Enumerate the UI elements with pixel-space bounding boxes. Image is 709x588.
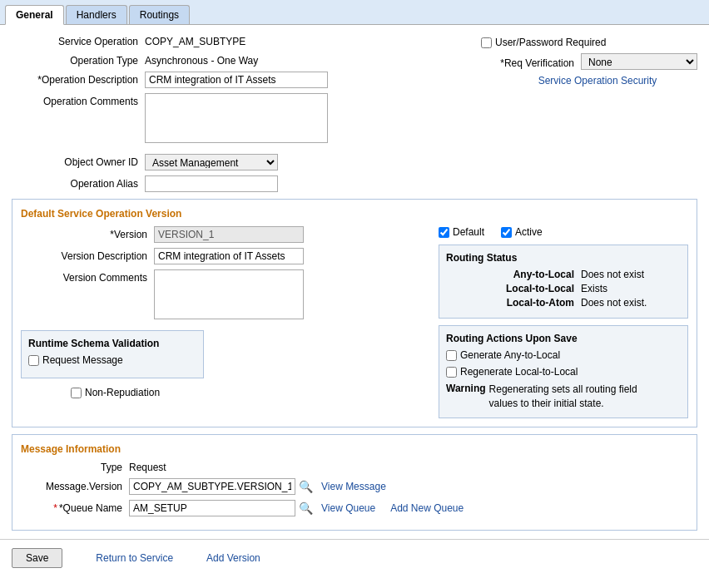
queue-name-search-icon[interactable]: 🔍 [299,502,313,515]
message-version-search-icon[interactable]: 🔍 [299,480,313,493]
routing-status-box: Routing Status Any-to-Local Does not exi… [439,245,688,319]
active-checkbox[interactable] [501,227,512,238]
warning-text: Regenerating sets all routing field valu… [489,383,656,411]
operation-comments-label: Operation Comments [12,93,145,107]
routing-row-local-to-local: Local-to-Local Exists [446,283,681,294]
user-password-checkbox[interactable] [481,37,492,48]
operation-alias-input[interactable] [145,175,278,192]
operation-comments-input[interactable] [145,93,328,143]
operation-type-label: Operation Type [12,52,145,67]
operation-description-label: *Operation Description [12,72,145,86]
active-label: Active [515,226,543,238]
request-message-label: Request Message [42,354,123,366]
service-operation-security-link[interactable]: Service Operation Security [538,75,657,86]
default-label: Default [453,226,484,238]
local-to-atom-value: Does not exist. [581,297,681,309]
any-to-local-value: Does not exist [581,269,681,280]
tab-bar: General Handlers Routings [0,0,709,25]
service-operation-value: COPY_AM_SUBTYPE [145,33,464,47]
runtime-schema-title: Runtime Schema Validation [28,338,196,349]
version-input [154,226,304,243]
message-version-input[interactable] [129,478,295,495]
routing-status-title: Routing Status [446,252,681,264]
operation-alias-label: Operation Alias [12,175,145,190]
operation-type-value: Asynchronous - One Way [145,52,464,67]
version-comments-label: Version Comments [21,269,154,284]
version-desc-label: Version Description [21,248,154,262]
view-queue-link[interactable]: View Queue [321,502,375,514]
save-button[interactable]: Save [12,548,62,568]
add-new-queue-link[interactable]: Add New Queue [390,502,464,514]
routing-row-any-to-local: Any-to-Local Does not exist [446,269,681,280]
queue-name-label: *Queue Name [21,502,129,514]
version-section-title: Default Service Operation Version [21,208,688,220]
bottom-bar: Save Return to Service Add Version [0,539,709,576]
return-to-service-link[interactable]: Return to Service [96,552,173,564]
routing-actions-box: Routing Actions Upon Save Generate Any-t… [439,325,688,418]
warning-row: Warning Regenerating sets all routing fi… [446,383,681,411]
local-to-local-value: Exists [581,283,681,294]
tab-general[interactable]: General [5,5,64,25]
type-label: Type [21,462,129,473]
message-version-label: Message.Version [21,481,129,492]
object-owner-id-label: Object Owner ID [12,154,145,168]
default-checkbox[interactable] [439,227,449,238]
routing-actions-title: Routing Actions Upon Save [446,333,681,344]
req-verification-label: *Req Verification [481,55,581,69]
user-password-label: User/Password Required [495,37,606,48]
generate-any-to-local-checkbox[interactable] [446,350,457,361]
routing-row-local-to-atom: Local-to-Atom Does not exist. [446,297,681,309]
add-version-link[interactable]: Add Version [206,552,260,564]
version-section: Default Service Operation Version *Versi… [12,199,697,427]
tab-routings[interactable]: Routings [129,5,190,24]
tab-handlers[interactable]: Handlers [66,5,127,24]
version-label: *Version [21,226,154,240]
message-info-section: Message Information Type Request Message… [12,434,697,531]
service-operation-label: Service Operation [12,33,145,47]
version-desc-input[interactable] [154,248,304,264]
regenerate-local-to-local-checkbox[interactable] [446,367,457,378]
runtime-schema-box: Runtime Schema Validation Request Messag… [21,330,204,378]
object-owner-id-select[interactable]: Asset Management CRM Finance HR [145,154,278,170]
version-comments-input[interactable] [154,269,304,319]
message-info-title: Message Information [21,443,688,455]
warning-label: Warning [446,383,486,394]
regenerate-local-to-local-label: Regenerate Local-to-Local [460,366,578,378]
view-message-link[interactable]: View Message [321,481,386,492]
any-to-local-label: Any-to-Local [498,269,581,280]
local-to-atom-label: Local-to-Atom [498,297,581,309]
req-verification-select[interactable]: None Always By Message [581,53,697,70]
operation-description-input[interactable] [145,72,328,88]
generate-any-to-local-label: Generate Any-to-Local [460,349,560,361]
local-to-local-label: Local-to-Local [498,283,581,294]
non-repudiation-checkbox[interactable] [71,388,82,398]
type-value: Request [129,462,166,473]
queue-name-input[interactable] [129,500,295,516]
non-repudiation-label: Non-Repudiation [85,387,160,398]
request-message-checkbox[interactable] [28,355,39,366]
